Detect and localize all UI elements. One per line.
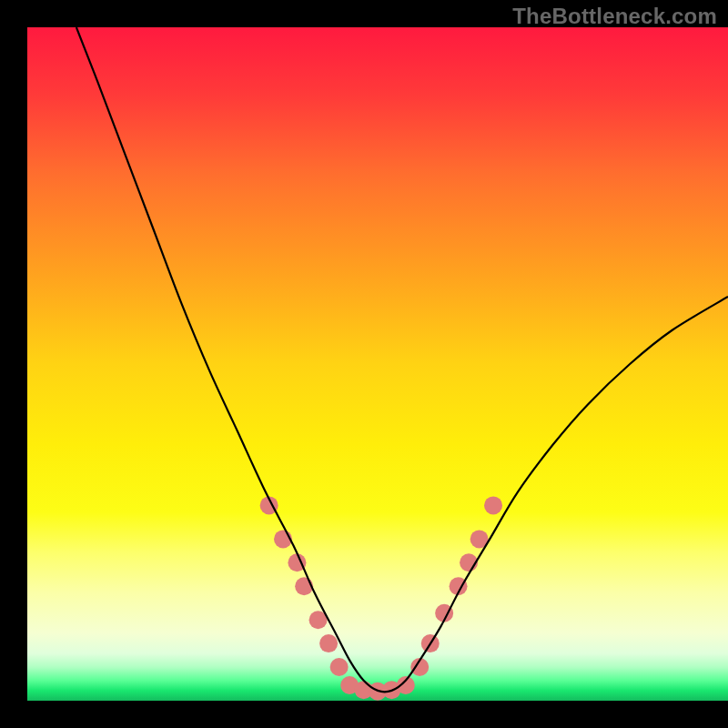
scatter-point (319, 634, 338, 652)
frame-border-left (0, 0, 27, 728)
watermark-text: TheBottleneck.com (512, 4, 717, 29)
chart-svg (27, 27, 728, 701)
chart-frame: TheBottleneck.com (0, 0, 728, 728)
scatter-point (330, 658, 349, 676)
bottleneck-curve-path (76, 27, 728, 692)
scatter-point (484, 496, 502, 514)
frame-border-bottom (0, 701, 728, 728)
scatter-group (260, 496, 502, 700)
